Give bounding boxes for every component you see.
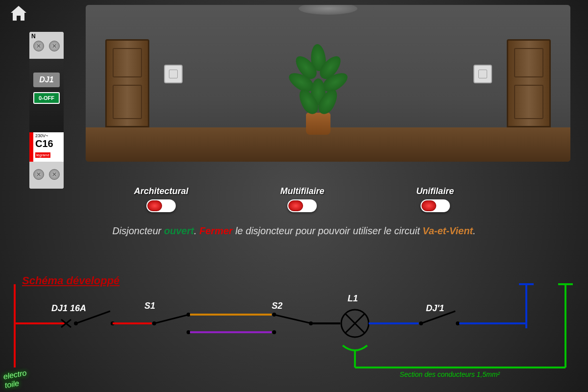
breaker-bottom-terminals [29, 162, 64, 189]
toggle-unifilaire-label: Unifilaire [416, 186, 454, 196]
label-s2: S2 [272, 301, 282, 311]
breaker-brand: legrand [35, 152, 50, 158]
schema-panel: Schéma développé L DJ1 16A S1 S2 L1 [0, 265, 588, 392]
terminal-N: N [520, 271, 529, 284]
label-dj1: DJ1 16A [51, 303, 86, 313]
home-icon [9, 5, 28, 23]
instr-open: ouvert [164, 225, 194, 236]
svg-point-25 [456, 321, 460, 325]
circuit-breaker[interactable]: DJ1 0-OFF 230V~ C16 legrand [29, 32, 64, 189]
door-left [105, 39, 149, 127]
instr-part4: . [473, 225, 476, 236]
instr-part2: . [194, 225, 199, 236]
section-conductors-note: Section des conducteurs 1,5mm² [400, 370, 500, 378]
breaker-voltage: 230V~ [35, 133, 62, 138]
toggle-unifilaire-group: Unifilaire [416, 186, 454, 212]
toggle-unifilaire[interactable] [421, 199, 450, 212]
toggle-multifilaire-label: Multifilaire [280, 186, 324, 196]
svg-line-17 [276, 315, 309, 323]
breaker-id-label: DJ1 [33, 73, 60, 87]
toggle-multifilaire-group: Multifilaire [280, 186, 324, 212]
screw-icon [49, 41, 60, 51]
screw-icon [33, 41, 44, 51]
svg-line-11 [154, 315, 187, 323]
toggle-multifilaire[interactable] [287, 199, 317, 212]
breaker-amperage: C16 [35, 138, 62, 149]
breaker-switch[interactable]: 0-OFF [33, 92, 60, 104]
instr-part3: le disjoncteur pour pouvoir utiliser le … [233, 225, 423, 236]
toggle-architectural-label: Architectural [134, 186, 188, 196]
toggle-architectural-group: Architectural [134, 186, 188, 212]
instruction-text: Disjoncteur ouvert. Fermer le disjoncteu… [0, 225, 588, 237]
svg-point-15 [272, 330, 276, 334]
svg-point-16 [309, 321, 313, 325]
svg-point-9 [187, 313, 190, 317]
view-toggles-row: Architectural Multifilaire Unifilaire [0, 186, 588, 212]
label-s1: S1 [144, 301, 155, 311]
wall-switch-right[interactable] [473, 65, 492, 83]
terminal-L: L [10, 271, 17, 284]
toggle-architectural[interactable] [146, 199, 176, 212]
screw-icon [49, 169, 60, 180]
breaker-top-terminals [29, 32, 64, 59]
room-3d-view [86, 5, 570, 162]
breaker-rating-plate: 230V~ C16 legrand [29, 132, 64, 162]
ceiling-light-icon [299, 5, 357, 15]
instr-part1: Disjoncteur [112, 225, 164, 236]
instr-circuit: Va-et-Vient [423, 225, 473, 236]
door-right [507, 39, 551, 127]
label-dj1p: DJ'1 [426, 303, 444, 313]
label-l1: L1 [348, 294, 358, 303]
terminal-PE: PE [558, 271, 574, 284]
svg-point-10 [187, 330, 190, 334]
home-button[interactable] [9, 5, 28, 24]
svg-point-14 [272, 313, 276, 317]
wall-switch-left[interactable] [164, 65, 183, 83]
screw-icon [33, 169, 44, 180]
breaker-body: DJ1 0-OFF [29, 59, 64, 132]
instr-close: Fermer [199, 225, 233, 236]
plant-decor [291, 39, 345, 135]
